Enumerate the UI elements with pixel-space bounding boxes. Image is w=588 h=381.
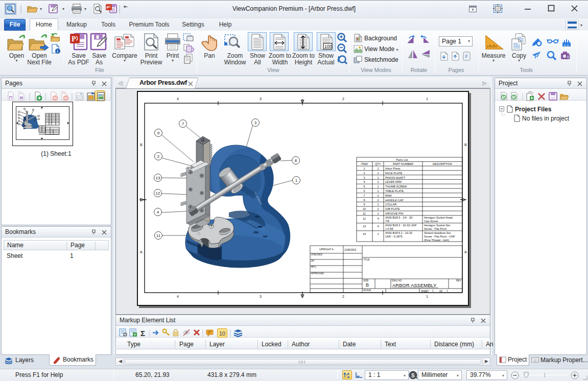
svg-text:SCALE: SCALE	[363, 289, 371, 292]
svg-text:4: 4	[377, 217, 379, 220]
svg-text:A: A	[140, 250, 143, 254]
svg-text:1: 1	[377, 212, 379, 215]
svg-text:2: 2	[377, 199, 379, 202]
svg-text:TITLE: TITLE	[363, 258, 370, 261]
svg-text:1: 1	[377, 185, 379, 188]
svg-text:13: 13	[363, 225, 366, 228]
svg-text:ARBOR ASSEMBLY: ARBOR ASSEMBLY	[392, 282, 437, 288]
svg-text:4: 4	[177, 97, 179, 101]
svg-text:100: 100	[324, 44, 332, 49]
svg-text:11: 11	[363, 212, 366, 215]
svg-text:4: 4	[157, 210, 159, 215]
svg-text:12/8/2003: 12/8/2003	[344, 248, 356, 251]
svg-text:ANSI B18.6.2 - 10-32: ANSI B18.6.2 - 10-32	[385, 231, 412, 234]
svg-text:x 0.58: x 0.58	[385, 227, 393, 230]
svg-text:1: 1	[377, 203, 379, 206]
svg-text:12: 12	[156, 191, 160, 196]
svg-text:4: 4	[377, 225, 379, 228]
svg-text:RAM: RAM	[385, 194, 392, 197]
svg-text:Hexagon Socket Head: Hexagon Socket Head	[424, 216, 453, 219]
svg-text:HANDLE CAP: HANDLE CAP	[385, 199, 404, 202]
svg-text:UNF - 0.1875: UNF - 0.1875	[385, 235, 403, 238]
svg-text:PART NUMBER: PART NUMBER	[393, 162, 413, 165]
svg-text:Hexagon Socket Set: Hexagon Socket Set	[424, 224, 450, 227]
svg-text:Cap Screw: Cap Screw	[424, 220, 438, 223]
svg-text:DESCRIPTION: DESCRIPTION	[433, 162, 452, 165]
svg-text:9: 9	[157, 131, 160, 135]
svg-text:1: 1	[377, 167, 379, 170]
svg-text:1: 1	[426, 97, 428, 101]
svg-text:QA: QA	[311, 259, 315, 262]
svg-text:1: 1	[377, 232, 379, 235]
svg-text:S: S	[411, 373, 415, 378]
svg-text:CHECKED: CHECKED	[311, 253, 323, 256]
svg-text:1: 1	[377, 176, 379, 179]
svg-text:MFG: MFG	[311, 266, 317, 268]
svg-text:3: 3	[260, 97, 262, 101]
svg-text:PINION SHAFT: PINION SHAFT	[385, 176, 406, 179]
svg-text:Arbor Press: Arbor Press	[385, 167, 401, 170]
svg-text:3: 3	[260, 295, 262, 298]
svg-text:TABLE PLATE: TABLE PLATE	[385, 189, 404, 193]
svg-text:UPRIGHT A: UPRIGHT A	[319, 248, 334, 251]
svg-text:Parts List: Parts List	[396, 158, 408, 161]
svg-text:9: 9	[363, 203, 365, 206]
svg-text:FACE PLATE: FACE PLATE	[385, 172, 403, 175]
svg-text:SHEET: SHEET	[421, 290, 429, 293]
svg-text:REV: REV	[456, 279, 461, 282]
svg-text:14: 14	[363, 232, 366, 235]
svg-text:7/8: 7/8	[385, 220, 389, 223]
svg-text:LEVER ARM: LEVER ARM	[385, 180, 402, 183]
svg-text:1: 1	[432, 290, 434, 292]
svg-text:P: P	[72, 35, 76, 43]
svg-text:P: P	[107, 5, 110, 10]
svg-text:1: 1	[295, 178, 298, 183]
svg-text:B: B	[464, 143, 467, 147]
svg-text:1: 1	[363, 167, 365, 170]
svg-text:5: 5	[363, 185, 365, 188]
svg-text:2: 2	[342, 295, 344, 298]
svg-text:SIZE: SIZE	[363, 279, 368, 282]
svg-text:COLLAR: COLLAR	[385, 203, 396, 206]
svg-text:10: 10	[363, 207, 366, 210]
svg-text:12: 12	[363, 217, 366, 220]
svg-text:8: 8	[295, 158, 297, 163]
svg-text:QTY: QTY	[375, 162, 381, 165]
svg-text:Σ: Σ	[140, 329, 145, 338]
svg-text:#: #	[465, 54, 468, 59]
svg-text:GROOVE PIN: GROOVE PIN	[385, 212, 403, 215]
svg-text:Screw - Flat Point - UNF: Screw - Flat Point - UNF	[424, 235, 455, 238]
svg-text:1: 1	[377, 189, 379, 193]
svg-text:10: 10	[219, 330, 225, 337]
svg-text:DWG NO: DWG NO	[392, 279, 402, 282]
svg-text:2: 2	[157, 154, 160, 159]
svg-text:ANSI B18.3 - 10-32 UNF: ANSI B18.3 - 10-32 UNF	[385, 224, 417, 227]
svg-text:B: B	[140, 143, 143, 147]
svg-text:1: 1	[446, 290, 448, 292]
svg-text:1: 1	[377, 207, 379, 210]
svg-text:11: 11	[156, 233, 161, 238]
svg-text:GIB PLATE: GIB PLATE	[385, 207, 400, 210]
svg-text:THUMB SCREW: THUMB SCREW	[385, 185, 407, 188]
svg-text:1: 1	[377, 172, 379, 175]
svg-text:2: 2	[363, 172, 365, 175]
svg-text:(Fine Thread - Inch): (Fine Thread - Inch)	[424, 239, 449, 242]
svg-text:4: 4	[177, 295, 179, 298]
svg-text:3: 3	[254, 121, 257, 125]
svg-text:4: 4	[363, 180, 365, 183]
svg-text:ITEM: ITEM	[361, 162, 368, 165]
svg-text:A: A	[464, 250, 467, 254]
svg-text:7: 7	[363, 194, 365, 197]
svg-text:1: 1	[426, 295, 428, 298]
svg-text:13: 13	[156, 176, 160, 180]
svg-text:7: 7	[182, 122, 184, 126]
svg-text:8: 8	[363, 199, 365, 202]
svg-text:6: 6	[363, 189, 365, 193]
svg-text:Slotted Headless Set: Slotted Headless Set	[424, 231, 451, 234]
svg-text:Screw - Flat Point: Screw - Flat Point	[424, 227, 447, 230]
svg-text:B: B	[366, 282, 369, 288]
svg-text:1: 1	[377, 194, 379, 197]
svg-text:ANSI B18.3 - 1/4 - 20 -: ANSI B18.3 - 1/4 - 20 -	[385, 216, 414, 219]
svg-text:2: 2	[342, 97, 344, 101]
svg-text:APPROVED: APPROVED	[311, 272, 324, 275]
